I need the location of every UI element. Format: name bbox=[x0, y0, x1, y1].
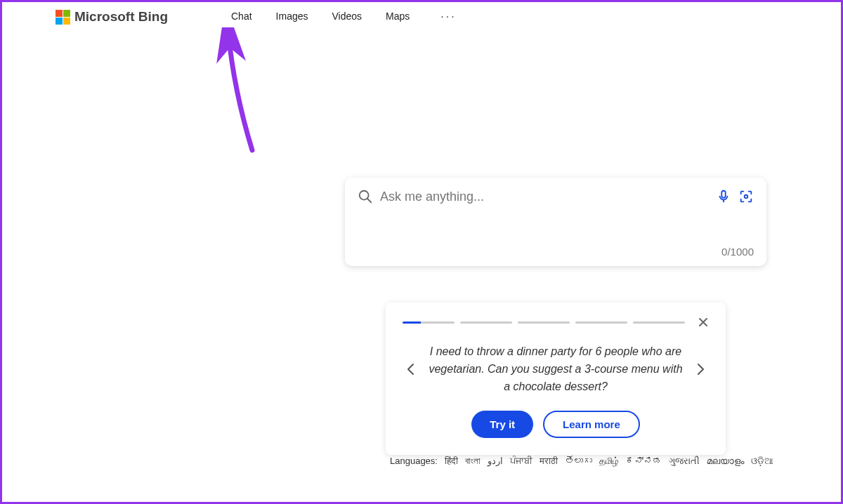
search-icon bbox=[358, 189, 373, 204]
languages-row: Languages: हिंदी বাংলা اردو ਪੰਜਾਬੀ मराठी… bbox=[390, 456, 773, 467]
progress-segment[interactable] bbox=[460, 321, 512, 324]
lang-item[interactable]: മലയാളം bbox=[707, 456, 744, 467]
search-row bbox=[358, 189, 754, 204]
tips-card: I need to throw a dinner party for 6 peo… bbox=[386, 303, 726, 455]
brand-logo-group[interactable]: Microsoft Bing bbox=[55, 9, 168, 25]
microphone-icon[interactable] bbox=[716, 189, 731, 204]
svg-line-1 bbox=[367, 199, 372, 203]
microsoft-logo-icon bbox=[55, 10, 70, 25]
lang-item[interactable]: తెలుగు bbox=[565, 456, 592, 466]
lang-item[interactable]: ಕನ್ನಡ bbox=[626, 456, 662, 466]
nav-chat[interactable]: Chat bbox=[231, 11, 252, 23]
progress-segment[interactable] bbox=[575, 321, 627, 324]
progress-segment[interactable] bbox=[403, 321, 455, 324]
svg-point-4 bbox=[745, 195, 748, 199]
header: Microsoft Bing Chat Images Videos Maps ·… bbox=[2, 2, 841, 32]
tips-progress bbox=[403, 317, 709, 328]
lang-item[interactable]: मराठी bbox=[540, 456, 558, 467]
progress-segment[interactable] bbox=[633, 321, 685, 324]
annotation-arrow-icon bbox=[213, 27, 269, 154]
search-input[interactable] bbox=[380, 190, 709, 204]
top-nav: Chat Images Videos Maps ··· bbox=[231, 11, 457, 23]
nav-videos[interactable]: Videos bbox=[332, 11, 362, 23]
lang-item[interactable]: ଓଡ଼ିଆ bbox=[751, 456, 773, 467]
search-box: 0/1000 bbox=[345, 178, 766, 266]
learn-more-button[interactable]: Learn more bbox=[543, 411, 640, 438]
more-menu-icon[interactable]: ··· bbox=[440, 11, 456, 23]
progress-segment[interactable] bbox=[518, 321, 570, 324]
visual-search-icon[interactable] bbox=[738, 189, 754, 204]
lang-item[interactable]: اردو bbox=[488, 456, 503, 466]
tips-body: I need to throw a dinner party for 6 peo… bbox=[403, 343, 709, 395]
try-it-button[interactable]: Try it bbox=[471, 411, 533, 438]
lang-item[interactable]: தமிழ் bbox=[599, 456, 619, 467]
chevron-right-icon[interactable] bbox=[692, 361, 709, 378]
svg-rect-2 bbox=[721, 191, 726, 198]
tips-prompt-text: I need to throw a dinner party for 6 peo… bbox=[425, 343, 686, 395]
lang-item[interactable]: বাংলা bbox=[465, 456, 481, 467]
lang-item[interactable]: हिंदी bbox=[445, 456, 458, 467]
languages-label: Languages: bbox=[390, 456, 438, 466]
lang-item[interactable]: ગુજરાતી bbox=[669, 456, 700, 467]
chevron-left-icon[interactable] bbox=[403, 361, 419, 378]
nav-maps[interactable]: Maps bbox=[386, 11, 410, 23]
nav-images[interactable]: Images bbox=[276, 11, 308, 23]
brand-text: Microsoft Bing bbox=[74, 9, 168, 25]
char-counter: 0/1000 bbox=[358, 246, 754, 258]
tips-buttons: Try it Learn more bbox=[403, 411, 709, 438]
lang-item[interactable]: ਪੰਜਾਬੀ bbox=[510, 456, 532, 467]
close-icon[interactable] bbox=[698, 317, 709, 328]
